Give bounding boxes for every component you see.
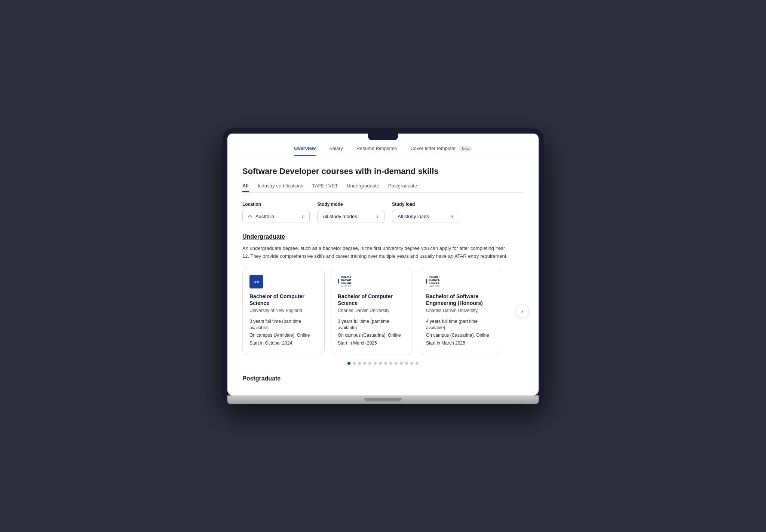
dot-9[interactable] <box>389 362 392 365</box>
dot-7[interactable] <box>379 362 382 365</box>
pagination-dots <box>242 362 524 365</box>
study-load-value: All study loads <box>398 214 429 219</box>
card-1-duration: 3 years full time (part time available) <box>249 318 318 331</box>
course-card-3[interactable]: CHARLESDARWINUNIVERSITY AUSTRALIA Bachel… <box>419 268 501 355</box>
tab-cover[interactable]: Cover letter template New <box>410 146 472 156</box>
study-load-label: Study load <box>392 202 459 207</box>
cdu-logo-2: CHARLESDARWINUNIVERSITY AUSTRALIA <box>338 276 351 287</box>
cdu-country-text: AUSTRALIA <box>341 285 351 287</box>
tab-salary[interactable]: Salary <box>329 146 343 156</box>
browser-content: Overview Salary Resume templates Cover l… <box>227 134 539 395</box>
undergraduate-section: Undergraduate An undergraduate degree, s… <box>242 233 524 365</box>
undergraduate-heading: Undergraduate <box>242 233 524 240</box>
course-card-2[interactable]: CHARLESDARWINUNIVERSITY AUSTRALIA Bachel… <box>331 268 413 355</box>
laptop-screen: Overview Salary Resume templates Cover l… <box>227 134 539 395</box>
cdu-logo-3: CHARLESDARWINUNIVERSITY AUSTRALIA <box>426 276 439 287</box>
cdu-shield-icon <box>338 278 340 286</box>
filter-tab-all[interactable]: All <box>242 183 249 192</box>
main-content: Software Developer courses with in-deman… <box>227 156 539 395</box>
dot-2[interactable] <box>353 362 356 365</box>
card-3-institution: Charles Darwin University <box>426 308 494 313</box>
tab-overview[interactable]: Overview <box>294 146 316 156</box>
tab-resume[interactable]: Resume templates <box>356 146 397 156</box>
dot-3[interactable] <box>358 362 361 365</box>
cdu-name-text-2: CHARLESDARWINUNIVERSITY <box>429 276 439 285</box>
filter-tabs: All Industry certifications TAFE / VET U… <box>242 183 524 193</box>
undergraduate-description: An undergraduate degree, such as a bache… <box>242 245 512 260</box>
cards-wrapper: une Bachelor of Computer Science Univers… <box>242 268 524 355</box>
location-filter-group: Location ⊙ Australia ∨ <box>242 202 310 223</box>
card-3-location: On campus (Casuarina), Online <box>426 332 494 339</box>
chevron-right-icon: › <box>521 308 523 314</box>
card-1-location: On campus (Armidale), Online <box>249 332 318 339</box>
laptop-hinge <box>364 398 402 401</box>
une-logo-text: une <box>254 280 259 284</box>
card-3-duration: 4 years full time (part time available) <box>426 318 494 331</box>
dot-5[interactable] <box>368 362 371 365</box>
dot-13[interactable] <box>410 362 413 365</box>
card-2-location: On campus (Casuarina), Online <box>338 332 406 339</box>
new-badge: New <box>459 146 472 152</box>
page-title: Software Developer courses with in-deman… <box>242 166 524 176</box>
card-2-institution: Charles Darwin University <box>338 308 406 313</box>
study-mode-chevron-icon: ∨ <box>376 214 379 219</box>
card-2-start: Start in March 2025 <box>338 340 406 346</box>
filter-tab-undergrad[interactable]: Undergraduate <box>347 183 379 192</box>
dot-6[interactable] <box>374 362 377 365</box>
dot-14[interactable] <box>416 362 419 365</box>
card-1-institution: University of New England <box>249 308 318 313</box>
card-1-title: Bachelor of Computer Science <box>249 293 318 306</box>
dot-8[interactable] <box>384 362 387 365</box>
cards-next-button[interactable]: › <box>515 305 529 318</box>
location-value: Australia <box>255 214 275 219</box>
cdu-name-text: CHARLESDARWINUNIVERSITY <box>341 276 351 285</box>
filter-tab-postgrad[interactable]: Postgraduate <box>388 183 417 192</box>
card-2-duration: 3 years full time (part time available) <box>338 318 406 331</box>
dot-11[interactable] <box>400 362 403 365</box>
cdu-shield-icon-2 <box>426 278 428 286</box>
une-logo: une <box>249 275 263 288</box>
card-2-title: Bachelor of Computer Science <box>338 293 406 306</box>
study-load-filter-group: Study load All study loads ∨ <box>392 202 459 223</box>
card-1-logo: une <box>249 275 263 288</box>
postgraduate-section: Postgraduate <box>242 375 524 382</box>
laptop-base <box>227 395 539 404</box>
dot-4[interactable] <box>363 362 366 365</box>
camera-notch <box>368 134 398 140</box>
card-2-logo: CHARLESDARWINUNIVERSITY AUSTRALIA <box>338 275 351 288</box>
filters-row: Location ⊙ Australia ∨ Study mode Al <box>242 202 524 223</box>
dot-1[interactable] <box>347 362 350 365</box>
filter-tab-tafe[interactable]: TAFE / VET <box>312 183 338 192</box>
study-load-chevron-icon: ∨ <box>451 214 454 219</box>
card-3-logo: CHARLESDARWINUNIVERSITY AUSTRALIA <box>426 275 439 288</box>
card-1-start: Start in October 2024 <box>249 340 318 346</box>
laptop-frame: Overview Salary Resume templates Cover l… <box>222 128 544 404</box>
study-mode-label: Study mode <box>317 202 384 207</box>
location-pin-icon: ⊙ <box>248 214 252 219</box>
postgraduate-heading: Postgraduate <box>242 375 524 382</box>
card-3-start: Start in March 2025 <box>426 340 494 346</box>
dot-12[interactable] <box>405 362 408 365</box>
location-dropdown[interactable]: ⊙ Australia ∨ <box>242 210 310 223</box>
cards-row: une Bachelor of Computer Science Univers… <box>242 268 524 355</box>
study-load-dropdown[interactable]: All study loads ∨ <box>392 210 459 223</box>
location-label: Location <box>242 202 310 207</box>
study-mode-dropdown[interactable]: All study modes ∨ <box>317 210 384 223</box>
cdu-country-text-2: AUSTRALIA <box>429 285 439 287</box>
card-3-title: Bachelor of Software Engineering (Honour… <box>426 293 494 306</box>
dot-10[interactable] <box>395 362 398 365</box>
top-nav: Overview Salary Resume templates Cover l… <box>227 141 539 156</box>
filter-tab-industry[interactable]: Industry certifications <box>258 183 303 192</box>
location-chevron-icon: ∨ <box>301 214 304 219</box>
course-card-1[interactable]: une Bachelor of Computer Science Univers… <box>242 268 325 355</box>
study-mode-value: All study modes <box>323 214 357 219</box>
study-mode-filter-group: Study mode All study modes ∨ <box>317 202 384 223</box>
